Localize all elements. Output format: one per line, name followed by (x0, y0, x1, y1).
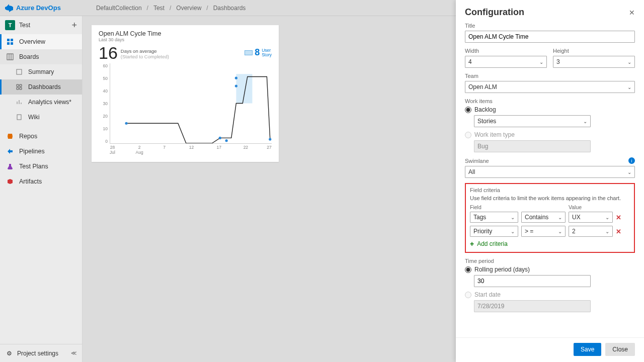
project-badge: T (5, 20, 15, 30)
close-button[interactable]: Close (605, 343, 635, 356)
testplans-icon (6, 162, 14, 170)
chart: 6050403020100 28Jul2Aug712172227 (99, 63, 272, 159)
svg-rect-3 (17, 69, 22, 74)
info-icon[interactable]: i (628, 157, 635, 164)
label-time-period: Time period (465, 258, 635, 264)
height-select[interactable]: 3⌄ (553, 56, 635, 68)
nav-analytics[interactable]: Analytics views* (0, 95, 82, 110)
nav-dashboards[interactable]: Dashboards (0, 79, 82, 95)
radio-wit[interactable]: Work item type (465, 131, 635, 138)
criteria-row: Tags⌄Contains⌄UX⌄✕ (470, 212, 630, 223)
nav-overview[interactable]: Overview (0, 34, 82, 49)
criteria-field-select[interactable]: Priority⌄ (470, 226, 518, 237)
add-criteria-button[interactable]: +Add criteria (470, 240, 630, 248)
boards-icon (6, 53, 14, 61)
brand[interactable]: Azure DevOps (5, 4, 61, 12)
collapse-icon[interactable]: ≪ (71, 350, 77, 356)
wit-select: Bug (474, 140, 591, 152)
legend-swatch (245, 50, 253, 55)
startdate-input (474, 300, 591, 312)
analytics-icon (15, 98, 23, 106)
swimlane-select[interactable]: All⌄ (465, 166, 635, 178)
radio-backlog[interactable]: Backlog (465, 106, 635, 113)
repos-icon (6, 132, 14, 140)
label-height: Height (553, 48, 635, 54)
label-swimlane: Swimlane (465, 158, 489, 164)
panel-title: Configuration (465, 7, 524, 18)
delete-criteria-icon[interactable]: ✕ (616, 228, 621, 235)
criteria-op-select[interactable]: Contains⌄ (521, 212, 566, 223)
title-input[interactable] (465, 31, 635, 43)
label-field-criteria: Field criteria (470, 187, 630, 193)
breadcrumb-item[interactable]: Dashboards (213, 5, 246, 12)
label-width: Width (465, 48, 547, 54)
gear-icon: ⚙ (5, 349, 13, 357)
rolling-input[interactable] (474, 275, 591, 287)
label-title: Title (465, 23, 635, 29)
criteria-value-select[interactable]: 2⌄ (569, 226, 613, 237)
svg-point-8 (225, 139, 228, 142)
svg-point-9 (235, 84, 237, 87)
svg-point-7 (219, 137, 221, 139)
breadcrumb: DefaultCollection/ Test/ Overview/ Dashb… (96, 5, 246, 12)
radio-startdate[interactable]: Start date (465, 291, 635, 298)
summary-icon (15, 68, 23, 76)
artifacts-icon (6, 177, 14, 186)
nav-summary[interactable]: Summary (0, 64, 82, 79)
project-settings[interactable]: ⚙ Project settings ≪ (0, 344, 82, 362)
team-select[interactable]: Open ALM⌄ (465, 81, 635, 93)
field-criteria-box: Field criteria Use field criteria to lim… (465, 183, 635, 253)
chevron-down-icon: ⌄ (627, 84, 631, 90)
nav-testplans[interactable]: Test Plans (0, 159, 82, 174)
project-name: Test (19, 22, 30, 29)
widget-big-number: 16 (99, 44, 118, 61)
dashboards-icon (15, 83, 23, 91)
svg-point-10 (235, 77, 237, 79)
save-button[interactable]: Save (574, 343, 601, 356)
label-workitems: Work items (465, 98, 635, 104)
backlog-select[interactable]: Stories⌄ (474, 115, 591, 127)
chevron-down-icon: ⌄ (627, 59, 631, 65)
widget-title: Open ALM Cycle Time (99, 30, 272, 37)
nav-artifacts[interactable]: Artifacts (0, 174, 82, 189)
chevron-down-icon: ⌄ (583, 119, 587, 124)
nav-pipelines[interactable]: Pipelines (0, 144, 82, 159)
add-button[interactable]: + (71, 21, 77, 30)
close-icon[interactable]: ✕ (629, 9, 635, 17)
overview-icon (6, 38, 14, 46)
nav-repos[interactable]: Repos (0, 129, 82, 144)
delete-criteria-icon[interactable]: ✕ (616, 214, 621, 221)
breadcrumb-item[interactable]: DefaultCollection (96, 5, 142, 12)
helper-text: Use field criteria to limit the work ite… (470, 195, 630, 201)
widget-subtitle: Last 30 days (99, 37, 272, 42)
svg-point-11 (269, 138, 271, 140)
pipelines-icon (6, 147, 14, 155)
widget-meta1: Days on average (121, 48, 169, 54)
chevron-down-icon: ⌄ (539, 59, 543, 65)
nav-boards[interactable]: Boards (0, 49, 82, 64)
sidebar: T Test + Overview Boards Summary Dashboa… (0, 16, 83, 362)
criteria-field-select[interactable]: Tags⌄ (470, 212, 518, 223)
breadcrumb-item[interactable]: Overview (176, 5, 201, 12)
wiki-icon (15, 113, 23, 121)
criteria-value-select[interactable]: UX⌄ (569, 212, 613, 223)
svg-rect-5 (236, 74, 252, 103)
svg-point-6 (125, 122, 127, 125)
nav-wiki[interactable]: Wiki (0, 110, 82, 125)
svg-rect-0 (7, 54, 13, 60)
width-select[interactable]: 4⌄ (465, 56, 547, 68)
svg-rect-4 (17, 115, 21, 120)
label-team: Team (465, 73, 635, 79)
chevron-down-icon: ⌄ (627, 169, 631, 175)
config-panel: Configuration ✕ Title Width 4⌄ Height 3⌄… (456, 0, 644, 362)
azure-devops-icon (5, 4, 13, 12)
widget-meta2: (Started to Completed) (121, 54, 169, 59)
cycle-time-widget[interactable]: Open ALM Cycle Time Last 30 days 16 Days… (92, 25, 279, 162)
breadcrumb-item[interactable]: Test (153, 5, 165, 12)
widget-legend: 8 UserStory (245, 44, 272, 58)
legend-count: 8 (255, 47, 260, 58)
criteria-op-select[interactable]: > =⌄ (521, 226, 566, 237)
radio-rolling[interactable]: Rolling period (days) (465, 266, 635, 273)
project-selector[interactable]: T Test (5, 20, 30, 30)
criteria-row: Priority⌄> =⌄2⌄✕ (470, 226, 630, 237)
